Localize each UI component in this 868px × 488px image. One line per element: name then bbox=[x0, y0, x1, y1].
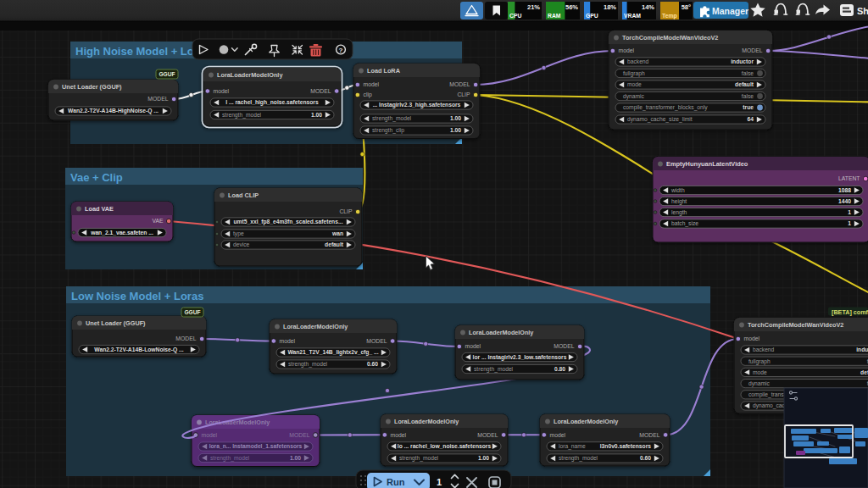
svg-text:1: 1 bbox=[848, 220, 851, 226]
svg-text:strength_model: strength_model bbox=[288, 361, 328, 368]
svg-text:dynamic: dynamic bbox=[748, 380, 771, 387]
svg-text:strength_model: strength_model bbox=[474, 366, 514, 373]
svg-text:GGUF: GGUF bbox=[184, 309, 200, 315]
svg-text:1.00: 1.00 bbox=[450, 115, 461, 121]
svg-text:l3n0v0.safetensors: l3n0v0.safetensors bbox=[600, 443, 652, 449]
svg-text:clip: clip bbox=[364, 92, 372, 98]
svg-text:RAM: RAM bbox=[548, 13, 561, 19]
svg-text:true: true bbox=[743, 104, 754, 110]
svg-text:VAE: VAE bbox=[152, 218, 164, 224]
svg-text:1.00: 1.00 bbox=[311, 112, 322, 118]
svg-text:?: ? bbox=[339, 47, 343, 54]
svg-text:LoraLoaderModelOnly: LoraLoaderModelOnly bbox=[469, 329, 533, 336]
svg-text:14%: 14% bbox=[642, 3, 654, 11]
svg-text:fullgraph: fullgraph bbox=[623, 70, 645, 77]
svg-text:1: 1 bbox=[437, 477, 442, 487]
svg-text:Low Noise Model + Loras: Low Noise Model + Loras bbox=[71, 290, 203, 302]
svg-text:18%: 18% bbox=[604, 3, 616, 11]
svg-text:model: model bbox=[391, 432, 407, 438]
svg-text:type: type bbox=[233, 230, 244, 237]
svg-text:MODEL: MODEL bbox=[449, 81, 470, 87]
svg-text:Load CLIP: Load CLIP bbox=[228, 191, 259, 199]
svg-text:fullgraph: fullgraph bbox=[748, 358, 771, 365]
svg-text:Wan2.2-T2V-A14B-LowNoise-Q ...: Wan2.2-T2V-A14B-LowNoise-Q ... bbox=[94, 347, 183, 353]
svg-text:width: width bbox=[670, 187, 685, 193]
svg-text:MODEL: MODEL bbox=[554, 343, 574, 349]
svg-text:false: false bbox=[742, 70, 754, 76]
svg-text:dynamic: dynamic bbox=[623, 93, 645, 100]
svg-text:64: 64 bbox=[748, 116, 754, 122]
svg-text:wan_2.1_vae.safeten ...: wan_2.1_vae.safeten ... bbox=[90, 230, 153, 236]
svg-text:LoraLoaderModelOnly: LoraLoaderModelOnly bbox=[283, 323, 348, 330]
svg-text:58°: 58° bbox=[682, 3, 691, 11]
svg-text:dynamo_cache_size_limit: dynamo_cache_size_limit bbox=[627, 116, 693, 123]
svg-text:umt5_xxl_fp8_e4m3fn_scaled.saf: umt5_xxl_fp8_e4m3fn_scaled.safetens... bbox=[234, 219, 343, 225]
svg-text:lora_n... Instamodel_1.safeten: lora_n... Instamodel_1.safetensors bbox=[209, 443, 303, 449]
svg-text:0.60: 0.60 bbox=[640, 455, 651, 461]
svg-text:l ... rachel_high_noise.safete: l ... rachel_high_noise.safetensors bbox=[225, 99, 319, 106]
svg-text:LATENT: LATENT bbox=[838, 175, 860, 181]
svg-text:Unet Loader (GGUF): Unet Loader (GGUF) bbox=[86, 319, 146, 327]
svg-text:Wan21_T2V_14B_lightx2v_cfg_ ..: Wan21_T2V_14B_lightx2v_cfg_ ... bbox=[287, 349, 378, 356]
svg-text:1088: 1088 bbox=[838, 187, 851, 193]
svg-text:LoraLoaderModelOnly: LoraLoaderModelOnly bbox=[394, 418, 459, 425]
svg-text:LoraLoaderModelOnly: LoraLoaderModelOnly bbox=[554, 418, 618, 425]
svg-text:VRAM: VRAM bbox=[624, 13, 641, 19]
svg-text:model: model bbox=[619, 47, 635, 53]
svg-text:MODEL: MODEL bbox=[477, 432, 498, 438]
svg-text:CLIP: CLIP bbox=[457, 92, 470, 97]
svg-text:MODEL: MODEL bbox=[147, 96, 168, 102]
svg-text:strength_clip: strength_clip bbox=[372, 127, 404, 134]
svg-text:batch_size: batch_size bbox=[671, 220, 698, 227]
svg-text:1: 1 bbox=[848, 209, 851, 215]
svg-text:0.60: 0.60 bbox=[367, 361, 378, 367]
svg-text:21%: 21% bbox=[527, 3, 540, 11]
svg-text:lo ... rachel_low_noise.safete: lo ... rachel_low_noise.safetensors bbox=[398, 443, 492, 449]
svg-text:Load VAE: Load VAE bbox=[85, 205, 114, 213]
svg-text:MODEL: MODEL bbox=[289, 432, 309, 438]
svg-text:Temp: Temp bbox=[662, 13, 677, 19]
svg-text:compile_transformer_blocks_onl: compile_transformer_blocks_only bbox=[623, 104, 708, 111]
svg-text:model: model bbox=[364, 81, 380, 87]
svg-text:strength_model: strength_model bbox=[399, 455, 439, 462]
svg-text:MODEL: MODEL bbox=[742, 47, 762, 53]
svg-text:0.80: 0.80 bbox=[554, 366, 565, 372]
svg-text:model: model bbox=[280, 338, 296, 344]
svg-text:backend: backend bbox=[627, 58, 649, 64]
svg-text:MODEL: MODEL bbox=[639, 432, 659, 438]
svg-text:inductor: inductor bbox=[856, 347, 868, 352]
svg-text:backend: backend bbox=[753, 347, 775, 352]
svg-text:default: default bbox=[860, 369, 868, 375]
svg-text:High Noise Model + Loras: High Noise Model + Loras bbox=[75, 45, 210, 58]
svg-text:default: default bbox=[735, 81, 754, 87]
svg-text:strength_model: strength_model bbox=[210, 455, 250, 462]
svg-text:length: length bbox=[671, 209, 687, 216]
svg-text:1.00: 1.00 bbox=[290, 455, 301, 461]
svg-text:MODEL: MODEL bbox=[175, 336, 196, 341]
svg-text:lora_name: lora_name bbox=[559, 443, 586, 450]
svg-text:GPU: GPU bbox=[586, 13, 598, 19]
svg-text:Wan2.2-T2V-A14B-HighNoise-Q ..: Wan2.2-T2V-A14B-HighNoise-Q ... bbox=[68, 108, 159, 114]
svg-text:1.00: 1.00 bbox=[478, 455, 489, 461]
svg-text:lor ... Instagirlv2.3_low.safe: lor ... Instagirlv2.3_low.safetensors bbox=[473, 354, 567, 361]
svg-text:model: model bbox=[744, 336, 760, 341]
svg-text:wan: wan bbox=[331, 230, 343, 236]
svg-text:mode: mode bbox=[627, 81, 642, 87]
svg-text:CLIP: CLIP bbox=[339, 208, 353, 214]
svg-text:Sh: Sh bbox=[857, 6, 868, 16]
svg-text:height: height bbox=[671, 198, 687, 205]
svg-text:MODEL: MODEL bbox=[310, 88, 331, 94]
svg-text:model: model bbox=[465, 343, 481, 349]
svg-text:EmptyHunyuanLatentVideo: EmptyHunyuanLatentVideo bbox=[666, 160, 748, 168]
svg-text:Manager: Manager bbox=[712, 6, 748, 16]
svg-text:strength_model: strength_model bbox=[372, 115, 412, 122]
svg-text:inductor: inductor bbox=[731, 58, 754, 64]
svg-text:1440: 1440 bbox=[838, 198, 851, 204]
svg-text:TorchCompileModelWanVideoV2: TorchCompileModelWanVideoV2 bbox=[622, 34, 718, 42]
svg-text:TorchCompileModelWanVideoV2: TorchCompileModelWanVideoV2 bbox=[748, 321, 843, 329]
svg-text:mode: mode bbox=[753, 369, 767, 375]
svg-text:LoraLoaderModelOnly: LoraLoaderModelOnly bbox=[217, 71, 283, 79]
svg-text:... Instagirlv2.3_high.safeten: ... Instagirlv2.3_high.safetensors bbox=[373, 102, 461, 108]
svg-text:CPU: CPU bbox=[509, 13, 521, 19]
svg-text:Run: Run bbox=[387, 477, 405, 487]
